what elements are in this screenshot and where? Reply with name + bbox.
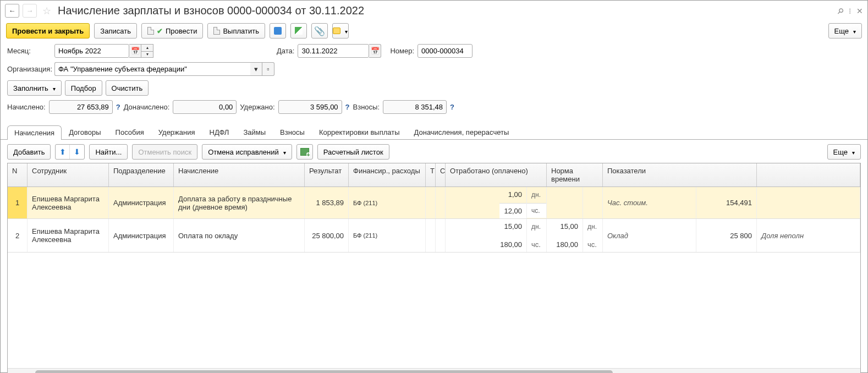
close-icon[interactable]: ✕ <box>856 7 863 15</box>
withheld-value <box>278 100 342 114</box>
date-calendar-button[interactable]: 📅 <box>369 44 381 58</box>
cell-norm-units: дн.чс. <box>583 219 603 252</box>
tab-accruals[interactable]: Начисления <box>7 125 62 140</box>
org-open-button[interactable]: ▫ <box>262 62 274 76</box>
month-up-button[interactable]: ▴ <box>141 44 153 51</box>
col-t[interactable]: Т <box>426 163 436 186</box>
table-row[interactable]: 2 Епишева Маргарита Алексеевна Администр… <box>8 219 860 253</box>
cell-finance: БФ (211) <box>349 187 426 218</box>
added-value <box>173 100 237 114</box>
tab-recalcs[interactable]: Доначисления, перерасчеты <box>407 125 517 139</box>
col-result[interactable]: Результат <box>305 163 349 186</box>
report-button[interactable] <box>270 23 286 39</box>
cell-c <box>436 219 446 252</box>
contrib-value <box>383 100 447 114</box>
more-button[interactable]: Еще <box>828 23 862 39</box>
edit-button[interactable] <box>290 23 307 39</box>
org-dropdown-button[interactable]: ▾ <box>250 62 262 76</box>
withheld-help-icon[interactable]: ? <box>345 103 350 111</box>
col-worked[interactable]: Отработано (оплачено) <box>446 163 547 186</box>
date-label: Дата: <box>277 47 294 55</box>
tab-loans[interactable]: Займы <box>236 125 273 139</box>
month-calendar-button[interactable]: 📅 <box>129 44 141 58</box>
move-up-button[interactable]: ⬆ <box>56 145 70 159</box>
link-icon[interactable]: ⚲ <box>836 6 845 15</box>
undo-corrections-button[interactable]: Отмена исправлений <box>202 144 292 160</box>
col-indicators[interactable]: Показатели <box>603 163 757 186</box>
window-title: Начисление зарплаты и взносов 0000-00003… <box>58 4 834 17</box>
cell-n: 1 <box>8 187 28 218</box>
date-input[interactable] <box>298 44 369 58</box>
fill-button[interactable]: Заполнить <box>7 80 62 96</box>
col-accrual[interactable]: Начисление <box>174 163 305 186</box>
cell-extra: Доля неполн <box>757 219 860 252</box>
col-norm[interactable]: Норма времени <box>547 163 603 186</box>
post-and-close-button[interactable]: Провести и закрыть <box>6 23 90 39</box>
pencil-icon <box>295 27 303 35</box>
cell-n: 2 <box>8 219 28 252</box>
tab-contributions[interactable]: Взносы <box>273 125 312 139</box>
attach-button[interactable]: 📎 <box>311 23 328 39</box>
col-employee[interactable]: Сотрудник <box>28 163 109 186</box>
folder-icon <box>333 28 340 34</box>
tab-corrections[interactable]: Корректировки выплаты <box>312 125 407 139</box>
horizontal-scrollbar[interactable] <box>8 368 860 373</box>
cancel-search-button: Отменить поиск <box>132 144 197 160</box>
pay-button[interactable]: Выплатить <box>207 23 265 39</box>
col-c[interactable]: С <box>436 163 446 186</box>
tab-benefits[interactable]: Пособия <box>108 125 151 139</box>
cell-norm-units <box>583 187 603 218</box>
subtoolbar-more-button[interactable]: Еще <box>827 144 861 160</box>
col-department[interactable]: Подразделение <box>109 163 174 186</box>
save-button[interactable]: Записать <box>94 23 137 39</box>
move-down-button[interactable]: ⬇ <box>70 145 84 159</box>
table-settings-button[interactable] <box>296 144 313 160</box>
accrued-help-icon[interactable]: ? <box>116 103 120 111</box>
move-rows-group: ⬆ ⬇ <box>55 144 85 160</box>
cell-norm-days <box>547 187 583 218</box>
list-icon <box>274 27 282 35</box>
cell-worked-days: 1,0012,00 <box>446 187 527 218</box>
explain-icon[interactable]: ⁝ <box>849 7 851 15</box>
select-button[interactable]: Подбор <box>65 80 102 96</box>
clear-button[interactable]: Очистить <box>106 80 149 96</box>
org-label: Организация: <box>7 65 51 73</box>
col-n[interactable]: N <box>8 163 28 186</box>
cell-indicator-value: 25 800 <box>696 219 757 252</box>
contrib-help-icon[interactable]: ? <box>450 103 454 111</box>
number-label: Номер: <box>390 47 414 55</box>
tab-deductions[interactable]: Удержания <box>151 125 202 139</box>
clip-icon: 📎 <box>314 26 325 36</box>
org-input[interactable] <box>54 62 250 76</box>
number-input[interactable] <box>417 44 473 58</box>
cell-norm-days: 15,00180,00 <box>547 219 583 252</box>
col-extra[interactable] <box>757 163 860 186</box>
add-row-button[interactable]: Добавить <box>7 144 51 160</box>
payslip-button[interactable]: Расчетный листок <box>317 144 389 160</box>
month-down-button[interactable]: ▾ <box>141 51 153 58</box>
find-button[interactable]: Найти... <box>89 144 128 160</box>
cell-accrual: Оплата по окладу <box>174 219 305 252</box>
cell-c <box>436 187 446 218</box>
tab-ndfl[interactable]: НДФЛ <box>202 125 237 139</box>
table-row[interactable]: 1 Епишева Маргарита Алексеевна Администр… <box>8 187 860 219</box>
month-label: Месяц: <box>7 47 51 55</box>
cell-indicator-name: Оклад <box>603 219 696 252</box>
post-button[interactable]: ✔Провести <box>141 23 204 39</box>
cell-indicator-value: 154,491 <box>696 187 757 218</box>
favorite-star-icon[interactable]: ☆ <box>42 5 51 17</box>
cell-t <box>426 187 436 218</box>
cell-indicator-name: Час. стоим. <box>603 187 696 218</box>
month-input[interactable] <box>54 44 129 58</box>
nav-back-button[interactable]: ← <box>5 4 19 18</box>
col-finance[interactable]: Финансир., расходы <box>349 163 426 186</box>
folder-button[interactable] <box>332 23 349 39</box>
cell-finance: БФ (211) <box>349 219 426 252</box>
accrued-label: Начислено: <box>7 103 46 111</box>
nav-forward-button: → <box>23 4 37 18</box>
tab-contracts[interactable]: Договоры <box>62 125 108 139</box>
table-icon <box>300 148 309 156</box>
accruals-grid[interactable]: N Сотрудник Подразделение Начисление Рез… <box>7 163 861 373</box>
cell-worked-units: дн.чс. <box>527 219 547 252</box>
cell-employee: Епишева Маргарита Алексеевна <box>28 219 109 252</box>
